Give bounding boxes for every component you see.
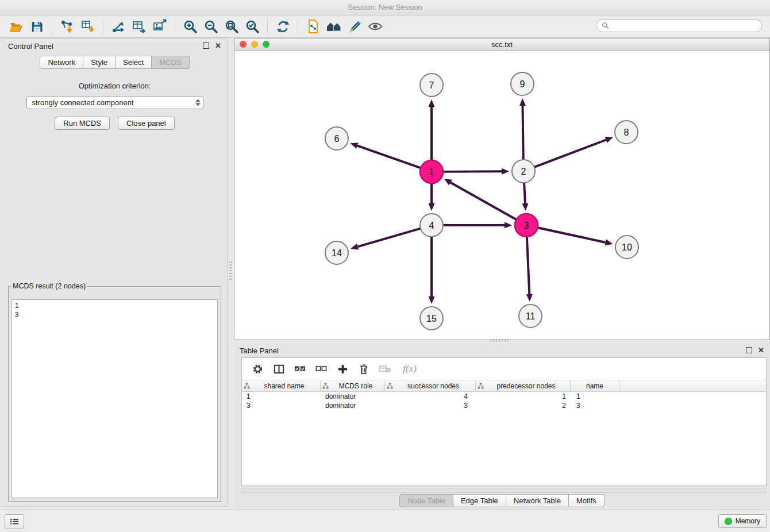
graph-edge-arrow bbox=[605, 240, 613, 246]
column-header-predecessor-nodes[interactable]: predecessor nodes bbox=[476, 380, 571, 391]
criterion-dropdown[interactable]: strongly connected component bbox=[26, 96, 203, 109]
minimize-window-icon[interactable]: − bbox=[251, 41, 258, 48]
save-session-button[interactable] bbox=[26, 17, 47, 36]
deselect-all-button[interactable] bbox=[313, 361, 330, 377]
tab-edge-table[interactable]: Edge Table bbox=[453, 494, 506, 507]
show-hide-details-button[interactable] bbox=[365, 17, 386, 36]
zoom-window-icon[interactable]: + bbox=[263, 41, 270, 48]
toolbar-separator bbox=[267, 19, 268, 34]
save-floppy-icon bbox=[30, 20, 44, 33]
import-network-icon bbox=[60, 19, 75, 34]
import-table-icon bbox=[80, 19, 95, 34]
close-panel-button[interactable]: Close panel bbox=[118, 117, 175, 130]
column-header-shared-name[interactable]: shared name bbox=[242, 380, 321, 391]
paint-brush-icon bbox=[348, 20, 362, 34]
horizontal-scrollbar[interactable] bbox=[241, 488, 767, 493]
show-panels-button[interactable] bbox=[5, 514, 24, 529]
search-input[interactable] bbox=[612, 21, 761, 30]
graph-edge-2-9[interactable] bbox=[523, 106, 523, 160]
column-header-mcds-role[interactable]: MCDS role bbox=[321, 380, 385, 391]
graph-edge-arrow bbox=[605, 137, 613, 142]
table-cell[interactable]: 1 bbox=[476, 392, 571, 400]
column-header-successor-nodes[interactable]: successor nodes bbox=[385, 380, 476, 391]
zoom-out-button[interactable] bbox=[201, 17, 221, 36]
tab-motifs[interactable]: Motifs bbox=[569, 494, 605, 507]
graph-node-label: 4 bbox=[429, 221, 434, 230]
table-cell[interactable]: dominator bbox=[321, 392, 385, 400]
table-toolbar: f(x) bbox=[242, 358, 766, 380]
table-cell[interactable]: 1 bbox=[571, 392, 619, 400]
table-cell[interactable]: 4 bbox=[385, 392, 476, 400]
graph-node-label: 8 bbox=[624, 128, 629, 137]
table-row[interactable]: 1dominator411 bbox=[242, 392, 766, 401]
mcds-result-text[interactable]: 13 bbox=[11, 299, 218, 498]
toolbar-separator bbox=[175, 19, 175, 34]
table-cell[interactable]: 3 bbox=[242, 402, 321, 410]
graph-edge-3-11[interactable] bbox=[527, 237, 529, 294]
zoom-in-icon bbox=[183, 19, 198, 34]
refresh-icon bbox=[276, 20, 290, 34]
graph-edge-3-10[interactable] bbox=[538, 228, 606, 242]
select-all-button[interactable] bbox=[291, 361, 309, 377]
zoom-selected-button[interactable] bbox=[242, 17, 263, 36]
close-panel-icon[interactable]: ✕ bbox=[215, 43, 221, 49]
float-table-panel-icon[interactable] bbox=[746, 347, 752, 354]
import-table-button[interactable] bbox=[78, 17, 98, 36]
delete-table-button[interactable] bbox=[376, 361, 394, 377]
import-network-button[interactable] bbox=[57, 17, 78, 36]
new-network-button[interactable] bbox=[108, 17, 129, 36]
zoom-out-icon bbox=[203, 19, 218, 34]
toolbar-separator bbox=[298, 19, 298, 34]
mcds-result-title: MCDS result (2 nodes) bbox=[11, 282, 87, 290]
tab-select[interactable]: Select bbox=[116, 56, 152, 69]
tab-network[interactable]: Network bbox=[40, 56, 83, 69]
table-row[interactable]: 3dominator323 bbox=[242, 401, 766, 410]
open-session-button[interactable] bbox=[6, 17, 26, 36]
open-network-file-button[interactable] bbox=[303, 17, 324, 36]
new-table-button[interactable] bbox=[129, 17, 149, 36]
first-neighbors-button[interactable] bbox=[324, 17, 344, 36]
table-cell[interactable]: 2 bbox=[476, 402, 571, 410]
close-table-panel-icon[interactable]: ✕ bbox=[758, 347, 764, 354]
graph-edge-4-14[interactable] bbox=[357, 229, 420, 247]
table-header-row: shared name MCDS role successor nodes pr… bbox=[242, 380, 766, 392]
graph-edge-1-2[interactable] bbox=[443, 171, 502, 172]
function-builder-button[interactable]: f(x) bbox=[398, 361, 422, 377]
graph-edge-3-1[interactable] bbox=[451, 183, 516, 220]
table-settings-button[interactable] bbox=[249, 361, 266, 377]
close-window-icon[interactable]: × bbox=[240, 41, 247, 48]
float-panel-icon[interactable] bbox=[203, 43, 209, 50]
app-titlebar: Session: New Session bbox=[0, 0, 770, 16]
refresh-view-button[interactable] bbox=[272, 17, 293, 36]
zoom-fit-button[interactable] bbox=[221, 17, 242, 36]
tab-node-table[interactable]: Node Table bbox=[399, 494, 453, 507]
zoom-in-button[interactable] bbox=[180, 17, 201, 36]
horizontal-splitter-handle[interactable] bbox=[490, 339, 510, 342]
table-cell[interactable]: 3 bbox=[571, 402, 619, 410]
column-header-name[interactable]: name bbox=[571, 380, 619, 391]
delete-row-button[interactable] bbox=[355, 361, 372, 377]
graph-edge-1-6[interactable] bbox=[357, 146, 421, 168]
table-cell[interactable]: 3 bbox=[385, 402, 476, 410]
run-mcds-button[interactable]: Run MCDS bbox=[55, 117, 110, 130]
memory-button[interactable]: Memory bbox=[718, 514, 767, 528]
network-canvas[interactable]: 7968124314101511 bbox=[234, 51, 769, 340]
tab-mcds[interactable]: MCDS bbox=[152, 56, 189, 69]
search-field[interactable] bbox=[596, 19, 762, 32]
export-image-button[interactable] bbox=[149, 17, 170, 36]
table-cell[interactable]: 1 bbox=[242, 392, 321, 400]
tab-style[interactable]: Style bbox=[83, 56, 116, 69]
add-row-button[interactable] bbox=[334, 361, 351, 377]
table-cell[interactable]: dominator bbox=[321, 402, 385, 410]
attribute-tree-icon bbox=[244, 383, 250, 389]
graph-edge-2-3[interactable] bbox=[524, 183, 525, 203]
split-table-button[interactable] bbox=[270, 361, 287, 377]
control-panel-tabs: Network Style Select MCDS bbox=[2, 56, 227, 69]
open-folder-icon bbox=[9, 20, 24, 34]
apply-style-button[interactable] bbox=[344, 17, 365, 36]
network-window-titlebar[interactable]: scc.txt × − + bbox=[234, 38, 769, 51]
graph-edge-arrow bbox=[429, 99, 435, 107]
tab-network-table[interactable]: Network Table bbox=[506, 494, 569, 507]
vertical-splitter-handle[interactable] bbox=[229, 261, 232, 281]
graph-edge-2-8[interactable] bbox=[534, 140, 606, 167]
